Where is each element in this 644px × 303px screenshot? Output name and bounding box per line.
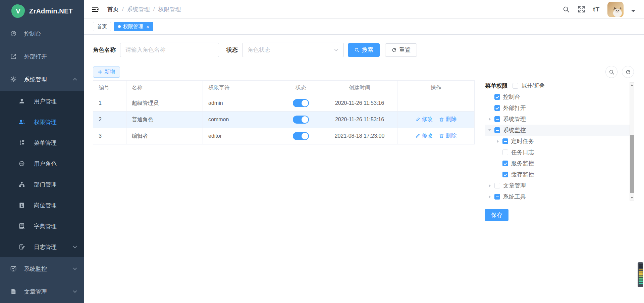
col-header-key: 权限字符 [203, 81, 280, 95]
col-header-name: 名称 [126, 81, 203, 95]
sidebar-item-role-mgmt[interactable]: 权限管理 [0, 112, 84, 132]
sidebar-item-menu-mgmt[interactable]: 菜单管理 [0, 132, 84, 153]
checkbox-indeterminate[interactable] [494, 127, 500, 133]
sidebar-item-external[interactable]: 外部打开 [0, 45, 84, 68]
status-toggle[interactable] [293, 132, 309, 140]
sidebar-item-dept-mgmt[interactable]: 部门管理 [0, 174, 84, 195]
cell-created: 2021-08-18 17:23:00 [322, 128, 397, 144]
table-row[interactable]: 3 编辑者 editor 2021-08-18 17:23:00 修改 [93, 128, 475, 144]
cell-status [280, 95, 322, 112]
col-header-status: 状态 [280, 81, 322, 95]
checkbox-checked[interactable] [502, 172, 508, 177]
tree-node-system-mgmt[interactable]: 系统管理 [485, 114, 631, 125]
font-size-icon[interactable]: tT [593, 6, 600, 13]
breadcrumb-system-mgmt: 系统管理 [127, 5, 150, 13]
table-and-tree: 编号 名称 权限字符 状态 创建时间 操作 1 超级管理员 admin 202 [93, 80, 634, 221]
checkbox-unchecked[interactable] [494, 183, 500, 188]
checkbox-indeterminate[interactable] [502, 138, 508, 144]
gear-icon [10, 76, 17, 83]
search-button[interactable]: 搜索 [348, 43, 380, 57]
app-logo[interactable]: V ZrAdmin.NET [0, 0, 84, 22]
show-search-button[interactable] [605, 66, 618, 78]
save-button[interactable]: 保存 [485, 209, 508, 221]
table-row[interactable]: 2 普通角色 common 2020-11-26 11:53:16 修改 [93, 112, 475, 128]
tree-scrollbar[interactable] [630, 82, 634, 201]
tree-node-label: 服务监控 [511, 160, 534, 167]
delete-button[interactable]: 删除 [439, 116, 457, 123]
sidebar-item-system-monitor[interactable]: 系统监控 [0, 257, 84, 280]
checkbox-checked[interactable] [494, 94, 500, 100]
tree-node-service-monitor[interactable]: 服务监控 [485, 158, 631, 169]
caret-down-icon[interactable] [631, 10, 635, 14]
status-select[interactable]: 角色状态 [242, 43, 344, 57]
sidebar-item-post-mgmt[interactable]: 岗位管理 [0, 195, 84, 216]
tree-node-system-monitor[interactable]: 系统监控 [485, 125, 631, 136]
role-name-input[interactable] [120, 43, 219, 57]
sidebar-item-log-mgmt[interactable]: 日志管理 [0, 236, 84, 257]
caret-right-icon[interactable] [489, 195, 492, 199]
tree-node-article-mgmt[interactable]: 文章管理 [485, 180, 631, 191]
checkbox-checked[interactable] [502, 161, 508, 166]
add-button[interactable]: 新增 [93, 67, 120, 78]
edit-button[interactable]: 修改 [415, 116, 433, 123]
reset-button[interactable]: 重置 [385, 43, 417, 57]
sidebar-item-label: 用户角色 [34, 160, 57, 168]
delete-button[interactable]: 删除 [439, 132, 457, 139]
checkbox-indeterminate[interactable] [494, 116, 500, 122]
users-icon [18, 119, 25, 125]
scrollbar-thumb[interactable] [630, 135, 634, 193]
tree-node-cache-monitor[interactable]: 缓存监控 [485, 169, 631, 180]
caret-down-icon[interactable] [488, 129, 491, 133]
sidebar-item-article-mgmt[interactable]: 文章管理 [0, 280, 84, 303]
role-name-label: 角色名称 [93, 46, 116, 54]
tree-node-external[interactable]: 外部打开 [485, 102, 631, 114]
checkbox-indeterminate[interactable] [494, 194, 500, 200]
cell-actions: 修改 删除 [397, 128, 475, 144]
search-icon[interactable] [562, 6, 570, 13]
active-dot-icon [118, 25, 121, 28]
logo-icon: V [11, 4, 25, 18]
caret-right-icon[interactable] [489, 184, 492, 187]
tab-role-mgmt[interactable]: 权限管理 × [114, 22, 153, 31]
tree-node-label: 系统管理 [503, 115, 526, 123]
dashboard-icon [10, 30, 17, 37]
sidebar-item-user-role[interactable]: 用户角色 [0, 153, 84, 174]
checkbox-unchecked[interactable] [502, 149, 508, 155]
tree-node-task-log[interactable]: 任务日志 [485, 147, 631, 158]
expander-slot [488, 118, 494, 121]
sidebar-item-user-mgmt[interactable]: 用户管理 [0, 91, 84, 112]
sidebar-item-label: 外部打开 [24, 53, 47, 60]
cell-created: 2020-11-26 11:53:16 [322, 112, 397, 128]
fullscreen-icon[interactable] [578, 5, 585, 13]
tab-home[interactable]: 首页 [93, 22, 111, 31]
page-content: 角色名称 状态 角色状态 搜索 重置 新增 [84, 35, 644, 303]
edit-button-label: 修改 [422, 132, 433, 139]
sidebar-item-system-mgmt[interactable]: 系统管理 [0, 68, 84, 91]
sidebar-collapse-icon[interactable] [91, 6, 99, 13]
expand-collapse-checkbox[interactable] [513, 83, 518, 89]
table-row[interactable]: 1 超级管理员 admin 2020-11-26 11:53:16 [93, 95, 475, 112]
status-toggle[interactable] [293, 116, 309, 124]
avatar[interactable] [607, 2, 624, 17]
caret-right-icon[interactable] [497, 140, 500, 143]
scroll-down-arrow[interactable] [630, 196, 634, 200]
status-toggle[interactable] [293, 99, 309, 107]
caret-right-icon[interactable] [489, 118, 492, 121]
refresh-button[interactable] [622, 66, 634, 78]
col-header-id: 编号 [93, 81, 126, 95]
edit-button[interactable]: 修改 [415, 132, 433, 139]
cell-key: admin [203, 95, 280, 112]
tree-node-system-tools[interactable]: 系统工具 [485, 191, 631, 202]
tree-node-scheduled-tasks[interactable]: 定时任务 [485, 136, 631, 147]
checkbox-checked[interactable] [494, 105, 500, 111]
sidebar-item-dict-mgmt[interactable]: 字典管理 [0, 216, 84, 236]
tree-node-console[interactable]: 控制台 [485, 91, 631, 102]
delete-button-label: 删除 [446, 132, 457, 139]
close-icon[interactable]: × [146, 24, 149, 29]
sidebar-item-dashboard[interactable]: 控制台 [0, 22, 84, 45]
breadcrumb-home[interactable]: 首页 [107, 5, 119, 13]
chevron-down-icon [73, 290, 77, 293]
tree-node-label: 任务日志 [511, 148, 534, 156]
filter-form: 角色名称 状态 角色状态 搜索 重置 [93, 43, 634, 57]
scroll-up-arrow[interactable] [630, 83, 634, 87]
